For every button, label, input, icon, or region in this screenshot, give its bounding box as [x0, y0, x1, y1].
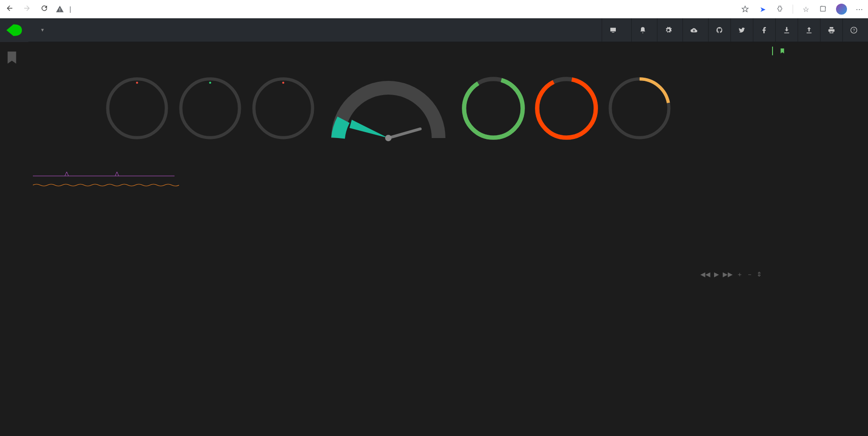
svg-marker-9 [349, 120, 388, 138]
gauge-cpu[interactable] [324, 72, 452, 144]
svg-point-11 [385, 135, 392, 141]
facebook-icon [761, 27, 768, 34]
svg-rect-0 [820, 6, 826, 11]
gear-icon [665, 27, 672, 34]
twitter-icon [738, 27, 746, 34]
download-icon [783, 27, 790, 34]
divider [793, 5, 793, 14]
gauge-disk-read[interactable] [178, 76, 242, 140]
iowait-sparkline [33, 170, 175, 177]
address-bar[interactable]: | [56, 5, 735, 13]
nav-twitter[interactable] [730, 18, 753, 42]
star-icon[interactable] [741, 5, 750, 14]
nav-print[interactable] [820, 18, 842, 42]
nav-upload[interactable] [798, 18, 820, 42]
svg-point-7 [254, 79, 312, 138]
back-button[interactable] [4, 2, 16, 16]
cloud-download-icon [690, 27, 698, 34]
github-icon [716, 27, 723, 34]
softirq-sparkline [33, 181, 179, 187]
netdata-navbar: ▼ ? [0, 18, 868, 42]
chart-controls: ◀◀ ▶ ▶▶ ＋ － ⇕ [700, 271, 762, 279]
gauge-used-ram[interactable] [608, 76, 672, 140]
chart-play-icon[interactable]: ▶ [714, 271, 719, 279]
svg-point-3 [108, 79, 166, 138]
more-icon[interactable]: ⋯ [855, 5, 864, 14]
chart-zoomin-icon[interactable]: ＋ [736, 271, 743, 279]
cpu-description [33, 158, 754, 188]
bell-icon [639, 27, 646, 34]
main-content: ◀◀ ▶ ▶▶ ＋ － ⇕ [0, 42, 772, 436]
print-icon [828, 27, 835, 34]
bookmark-icon [779, 48, 785, 54]
gauge-disk-write[interactable] [251, 76, 315, 140]
chevron-down-icon: ▼ [40, 27, 45, 32]
upload-icon [805, 27, 813, 34]
nav-help[interactable]: ? [842, 18, 868, 42]
nav-settings[interactable] [657, 18, 683, 42]
svg-point-6 [209, 82, 212, 84]
chart-zoomout-icon[interactable]: － [746, 271, 753, 279]
cpu-chart[interactable]: ◀◀ ▶ ▶▶ ＋ － ⇕ [13, 193, 772, 282]
host-dropdown[interactable]: ▼ [28, 27, 53, 32]
nav-facebook[interactable] [753, 18, 775, 42]
favorites-icon[interactable]: ☆ [801, 5, 810, 14]
svg-point-4 [136, 82, 138, 84]
netdata-logo[interactable] [0, 18, 28, 42]
nav-github[interactable] [708, 18, 730, 42]
url-separator: | [69, 5, 71, 13]
chart-canvas [13, 193, 550, 280]
chart-forward-icon[interactable]: ▶▶ [723, 271, 733, 279]
right-sidebar [772, 42, 868, 436]
svg-point-5 [181, 79, 239, 138]
sidebar-item-overview[interactable] [772, 47, 868, 55]
chart-resize-icon[interactable]: ⇕ [757, 271, 762, 279]
chart-rewind-icon[interactable]: ◀◀ [700, 271, 710, 279]
bookmark-icon [5, 50, 19, 65]
extension-icon-2[interactable] [775, 5, 784, 14]
reload-button[interactable] [38, 2, 50, 16]
browser-toolbar: | ➤ ☆ ⋯ [0, 0, 868, 18]
nav-alarms[interactable] [631, 18, 657, 42]
gauge-net-outbound[interactable] [535, 76, 598, 140]
monitor-icon [609, 27, 617, 34]
nav-nodes[interactable] [602, 18, 631, 42]
svg-text:?: ? [852, 28, 855, 32]
gauge-used-swap[interactable] [105, 76, 169, 140]
svg-point-13 [464, 79, 523, 138]
nav-download[interactable] [775, 18, 798, 42]
insecure-icon [56, 5, 66, 13]
nav-update[interactable] [683, 18, 708, 42]
svg-point-15 [537, 79, 596, 138]
extension-icon-1[interactable]: ➤ [758, 5, 767, 14]
collections-icon[interactable] [819, 5, 828, 14]
gauges-row [5, 72, 772, 144]
profile-avatar[interactable] [836, 4, 847, 15]
help-icon: ? [850, 27, 857, 34]
forward-button[interactable] [21, 2, 33, 16]
browser-actions: ➤ ☆ ⋯ [741, 4, 864, 15]
svg-point-8 [282, 82, 285, 84]
gauge-net-inbound[interactable] [461, 76, 525, 140]
svg-line-10 [388, 129, 420, 138]
